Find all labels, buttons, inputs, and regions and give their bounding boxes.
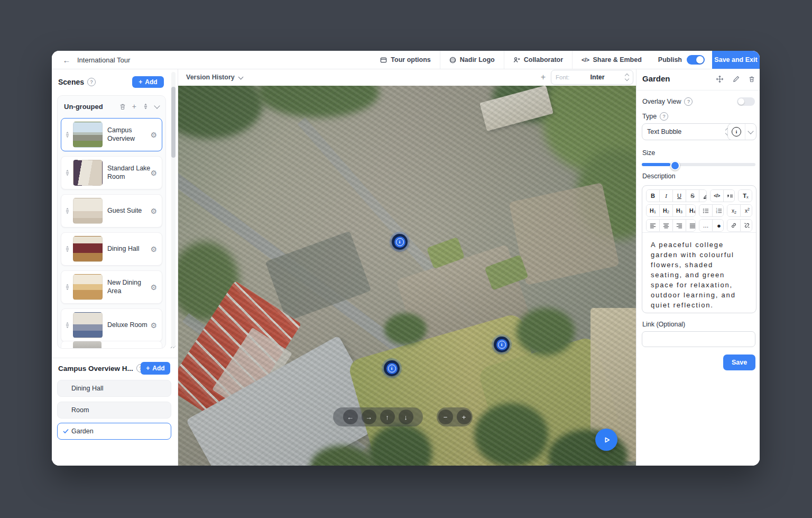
move-hotspot-icon[interactable]	[716, 75, 724, 83]
size-slider[interactable]	[642, 163, 755, 166]
bold-button[interactable]: B	[647, 190, 659, 202]
horizontal-rule-button[interactable]: …	[699, 220, 712, 231]
back-button[interactable]: ←	[60, 53, 73, 66]
drag-handle-icon[interactable]	[61, 131, 73, 138]
info-style-button[interactable]: i	[728, 124, 745, 140]
hotspot-type-select[interactable]: Text Bubble	[642, 123, 734, 140]
bullet-list-button[interactable]	[699, 205, 712, 216]
scene-item-dining-hall[interactable]: Dining Hall ⚙	[61, 232, 162, 266]
drag-handle-icon[interactable]	[61, 284, 73, 290]
align-justify-button[interactable]	[686, 220, 696, 231]
scene-item-partial[interactable]	[61, 341, 162, 349]
link-input[interactable]	[642, 331, 755, 347]
h1-button[interactable]: H1	[647, 205, 659, 216]
collapse-group-icon[interactable]	[155, 105, 159, 108]
superscript-button[interactable]: x2	[740, 205, 752, 216]
scene-thumbnail	[73, 198, 103, 224]
scene-item-standard-lake-room[interactable]: Standard Lake Room ⚙	[61, 156, 162, 189]
ordered-list-button[interactable]: 123	[712, 205, 724, 216]
zoom-out-button[interactable]: −	[438, 410, 453, 424]
pan-down-button[interactable]: ↓	[399, 410, 413, 424]
scene-item-campus-overview[interactable]: Campus Overview ⚙	[61, 118, 162, 151]
underline-button[interactable]: U	[672, 190, 686, 202]
collaborator-button[interactable]: Collaborator	[504, 51, 572, 69]
version-history-dropdown[interactable]: Version History	[186, 74, 243, 81]
add-to-group-icon[interactable]: +	[132, 103, 136, 110]
scene-item-deluxe-room[interactable]: Deluxe Room ⚙	[61, 308, 162, 342]
blockquote-button[interactable]	[723, 190, 735, 202]
drag-handle-icon[interactable]	[61, 207, 73, 214]
edit-hotspot-icon[interactable]	[733, 75, 740, 83]
add-scene-button[interactable]: + Add	[132, 76, 164, 88]
type-help-icon[interactable]: ?	[660, 112, 668, 121]
info-hotspot-marker[interactable]: i	[494, 337, 510, 352]
link-button[interactable]	[727, 220, 740, 231]
scene-item-guest-suite[interactable]: Guest Suite ⚙	[61, 194, 162, 228]
scenes-scrollbar-thumb[interactable]	[171, 87, 176, 158]
overlay-view-toggle[interactable]	[737, 97, 755, 106]
strikethrough-button[interactable]: S	[686, 190, 699, 202]
nadir-logo-button[interactable]: Nadir Logo	[440, 51, 504, 69]
scenes-help-icon[interactable]: ?	[87, 78, 96, 86]
add-hotspot-button[interactable]: + Add	[141, 362, 170, 375]
h3-button[interactable]: H3	[672, 205, 686, 216]
drag-handle-icon[interactable]	[61, 246, 73, 252]
scene-settings-icon[interactable]: ⚙	[150, 322, 157, 329]
hotspot-inner: i	[394, 237, 405, 248]
zoom-in-button[interactable]: +	[457, 410, 472, 424]
scene-settings-icon[interactable]: ⚙	[150, 284, 157, 291]
scene-item-new-dining-area[interactable]: New Dining Area ⚙	[61, 270, 162, 304]
add-text-icon[interactable]: +	[541, 72, 546, 82]
hotspot-item-garden[interactable]: Garden	[57, 423, 171, 440]
icon-picker-chevron[interactable]	[745, 124, 756, 140]
scenes-scrollbar-track[interactable]	[171, 72, 176, 347]
highlight-button[interactable]	[699, 190, 707, 202]
pan-left-button[interactable]: ←	[343, 410, 358, 424]
scene-settings-icon[interactable]: ⚙	[150, 246, 157, 253]
font-select[interactable]: Font: Inter	[551, 70, 633, 85]
publish-toggle[interactable]	[687, 55, 705, 65]
save-button[interactable]: Save	[723, 355, 755, 370]
save-and-exit-button[interactable]: Save and Exit	[712, 51, 760, 69]
drag-handle-icon[interactable]	[61, 322, 73, 329]
info-hotspot-marker[interactable]: i	[392, 234, 408, 250]
align-right-button[interactable]	[672, 220, 686, 231]
chevron-down-icon	[238, 74, 243, 79]
info-circle-icon: i	[732, 127, 741, 137]
clear-format-button[interactable]: Tx	[739, 190, 753, 202]
italic-button[interactable]: I	[659, 190, 672, 202]
text-color-button[interactable]: ●	[712, 220, 724, 231]
delete-group-icon[interactable]	[119, 103, 126, 110]
code-button[interactable]: </>	[710, 190, 723, 202]
scene-thumbnail	[73, 236, 103, 262]
scene-settings-icon[interactable]: ⚙	[150, 169, 157, 177]
unlink-button[interactable]	[740, 220, 752, 231]
drag-handle-icon[interactable]	[61, 169, 73, 176]
subscript-button[interactable]: x2	[727, 205, 740, 216]
scene-settings-icon[interactable]: ⚙	[150, 207, 157, 215]
align-center-button[interactable]	[659, 220, 672, 231]
tour-options-button[interactable]: Tour options	[371, 51, 439, 69]
align-left-button[interactable]	[647, 220, 659, 231]
slider-knob[interactable]	[670, 161, 680, 170]
panorama-viewport[interactable]: i i i ← → ↑ ↓ − +	[178, 86, 636, 466]
description-text[interactable]: A peaceful college garden with colourful…	[642, 233, 756, 313]
overlay-help-icon[interactable]: ?	[684, 97, 693, 106]
type-value: Text Bubble	[647, 128, 681, 135]
font-value: Inter	[590, 74, 605, 81]
sort-group-icon[interactable]	[143, 103, 149, 110]
scene-name: Standard Lake Room	[107, 165, 152, 181]
size-label: Size	[642, 149, 655, 157]
hotspot-item-dining-hall[interactable]: Dining Hall	[57, 380, 171, 397]
pan-up-button[interactable]: ↑	[380, 410, 395, 424]
share-embed-button[interactable]: </> Share & Embed	[573, 51, 651, 69]
h2-button[interactable]: H2	[659, 205, 672, 216]
pan-right-button[interactable]: →	[362, 410, 376, 424]
info-hotspot-marker[interactable]: i	[384, 360, 400, 376]
h4-button[interactable]: H4	[686, 205, 696, 216]
preview-play-button[interactable]	[595, 429, 617, 451]
link-label: Link (Optional)	[642, 321, 685, 328]
scene-settings-icon[interactable]: ⚙	[150, 131, 157, 139]
delete-hotspot-icon[interactable]	[749, 75, 755, 83]
hotspot-item-room[interactable]: Room	[57, 402, 171, 419]
